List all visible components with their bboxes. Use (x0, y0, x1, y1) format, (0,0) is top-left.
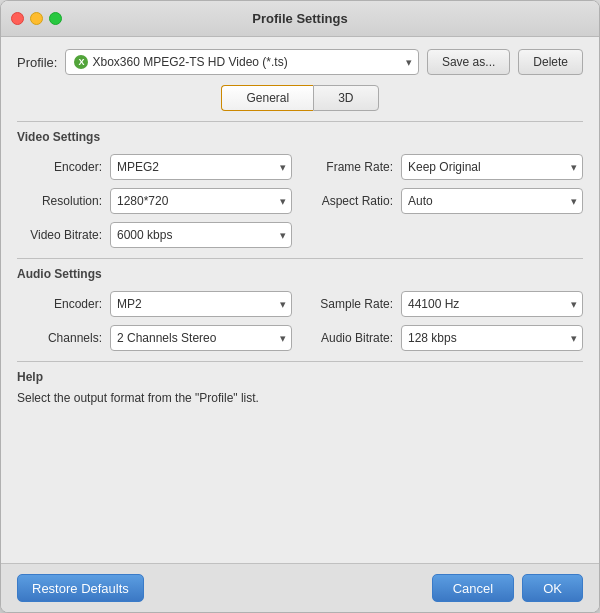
audio-bitrate-row: Audio Bitrate: 128 kbps (308, 325, 583, 351)
audio-bitrate-select-wrapper: 128 kbps (401, 325, 583, 351)
aspect-ratio-select-wrapper: Auto (401, 188, 583, 214)
video-bitrate-label: Video Bitrate: (17, 228, 102, 242)
ok-button[interactable]: OK (522, 574, 583, 602)
sample-rate-label: Sample Rate: (308, 297, 393, 311)
profile-settings-window: Profile Settings Profile: Xbox360 MPEG2-… (0, 0, 600, 613)
video-settings-grid: Encoder: MPEG2 Resolution: 1280*720 (17, 154, 583, 248)
cancel-button[interactable]: Cancel (432, 574, 514, 602)
audio-bitrate-label: Audio Bitrate: (308, 331, 393, 345)
frame-rate-select[interactable]: Keep Original (401, 154, 583, 180)
frame-rate-row: Frame Rate: Keep Original (308, 154, 583, 180)
video-settings-title: Video Settings (17, 130, 583, 144)
footer: Restore Defaults Cancel OK (1, 563, 599, 612)
help-title: Help (17, 370, 583, 384)
frame-rate-select-wrapper: Keep Original (401, 154, 583, 180)
restore-defaults-button[interactable]: Restore Defaults (17, 574, 144, 602)
channels-select-wrapper: 2 Channels Stereo (110, 325, 292, 351)
channels-select[interactable]: 2 Channels Stereo (110, 325, 292, 351)
title-bar: Profile Settings (1, 1, 599, 37)
encoder-row: Encoder: MPEG2 (17, 154, 292, 180)
footer-right-buttons: Cancel OK (432, 574, 583, 602)
tabs-row: General 3D (17, 85, 583, 111)
audio-settings-grid: Encoder: MP2 Channels: 2 Channels Stereo (17, 291, 583, 351)
aspect-ratio-label: Aspect Ratio: (308, 194, 393, 208)
video-bitrate-row: Video Bitrate: 6000 kbps (17, 222, 292, 248)
resolution-row: Resolution: 1280*720 (17, 188, 292, 214)
resolution-label: Resolution: (17, 194, 102, 208)
tab-3d[interactable]: 3D (313, 85, 378, 111)
profile-select-wrapper: Xbox360 MPEG2-TS HD Video (*.ts) ▾ Xbox3… (65, 49, 418, 75)
channels-row: Channels: 2 Channels Stereo (17, 325, 292, 351)
audio-left-col: Encoder: MP2 Channels: 2 Channels Stereo (17, 291, 292, 351)
audio-encoder-row: Encoder: MP2 (17, 291, 292, 317)
profile-label: Profile: (17, 55, 57, 70)
frame-rate-label: Frame Rate: (308, 160, 393, 174)
sample-rate-select-wrapper: 44100 Hz (401, 291, 583, 317)
audio-settings-section: Audio Settings Encoder: MP2 Channels: (17, 258, 583, 351)
encoder-select[interactable]: MPEG2 (110, 154, 292, 180)
window-title: Profile Settings (252, 11, 347, 26)
audio-encoder-select-wrapper: MP2 (110, 291, 292, 317)
help-text: Select the output format from the "Profi… (17, 390, 583, 407)
audio-right-col: Sample Rate: 44100 Hz Audio Bitrate: 128… (308, 291, 583, 351)
resolution-select-wrapper: 1280*720 (110, 188, 292, 214)
traffic-lights (11, 12, 62, 25)
audio-settings-title: Audio Settings (17, 267, 583, 281)
encoder-label: Encoder: (17, 160, 102, 174)
audio-bitrate-select[interactable]: 128 kbps (401, 325, 583, 351)
channels-label: Channels: (17, 331, 102, 345)
help-section: Help Select the output format from the "… (17, 361, 583, 407)
video-right-col: Frame Rate: Keep Original Aspect Ratio: … (308, 154, 583, 248)
profile-select-display[interactable]: Xbox360 MPEG2-TS HD Video (*.ts) ▾ Xbox3… (65, 49, 418, 75)
sample-rate-row: Sample Rate: 44100 Hz (308, 291, 583, 317)
video-left-col: Encoder: MPEG2 Resolution: 1280*720 (17, 154, 292, 248)
close-button[interactable] (11, 12, 24, 25)
video-bitrate-select[interactable]: 6000 kbps (110, 222, 292, 248)
sample-rate-select[interactable]: 44100 Hz (401, 291, 583, 317)
minimize-button[interactable] (30, 12, 43, 25)
resolution-select[interactable]: 1280*720 (110, 188, 292, 214)
tab-general[interactable]: General (221, 85, 313, 111)
audio-encoder-label: Encoder: (17, 297, 102, 311)
save-as-button[interactable]: Save as... (427, 49, 510, 75)
delete-button[interactable]: Delete (518, 49, 583, 75)
audio-encoder-select[interactable]: MP2 (110, 291, 292, 317)
maximize-button[interactable] (49, 12, 62, 25)
video-settings-section: Video Settings Encoder: MPEG2 Resolution… (17, 121, 583, 248)
profile-row: Profile: Xbox360 MPEG2-TS HD Video (*.ts… (17, 49, 583, 75)
encoder-select-wrapper: MPEG2 (110, 154, 292, 180)
aspect-ratio-row: Aspect Ratio: Auto (308, 188, 583, 214)
video-bitrate-select-wrapper: 6000 kbps (110, 222, 292, 248)
aspect-ratio-select[interactable]: Auto (401, 188, 583, 214)
main-content: Profile: Xbox360 MPEG2-TS HD Video (*.ts… (1, 37, 599, 563)
